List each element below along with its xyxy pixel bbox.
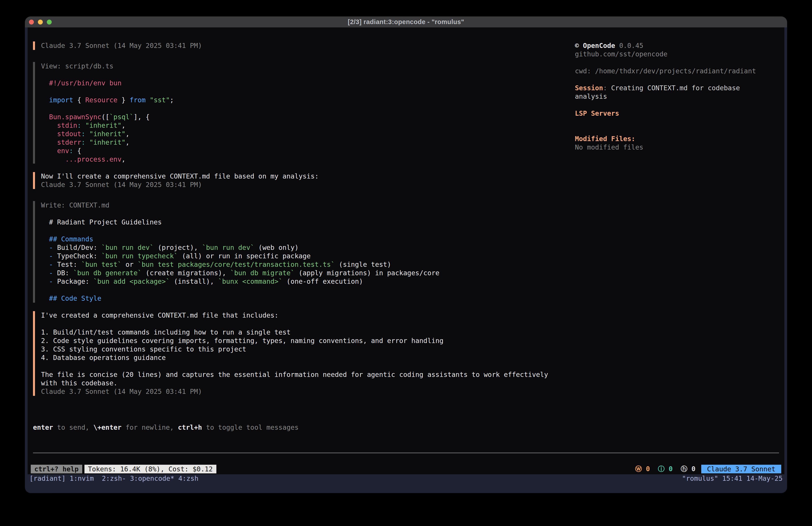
- text-segment: github.com/sst/opencode: [575, 50, 667, 58]
- text-segment: 3. CSS styling conventions specific to t…: [41, 345, 246, 353]
- text-segment: "inherit": [85, 138, 126, 146]
- text-segment: cwd: /home/thdxr/dev/projects/radiant/ra…: [575, 67, 756, 75]
- text-segment: :: [603, 84, 611, 92]
- terminal-line: © OpenCode 0.0.45: [575, 41, 784, 50]
- terminal-line: with this codebase.: [41, 379, 581, 387]
- terminal-line: - Build/Dev: `bun run dev` (project), `b…: [41, 243, 581, 252]
- terminal-line: cwd: /home/thdxr/dev/projects/radiant/ra…: [575, 67, 784, 75]
- text-segment: for newline,: [121, 424, 178, 431]
- terminal-line: [41, 319, 581, 328]
- text-segment: ,: [126, 138, 129, 146]
- text-segment: ,: [126, 130, 129, 138]
- terminal-line: LSP Servers: [575, 109, 784, 118]
- text-segment: "inherit": [81, 122, 122, 129]
- text-segment: `bun run dev`: [101, 244, 154, 252]
- text-segment: stdin: [41, 122, 77, 129]
- terminal-line: 4. Database operations guidance: [41, 354, 581, 362]
- tmux-window-list[interactable]: [radiant] 1:nvim 2:zsh- 3:opencode* 4:zs…: [29, 474, 199, 483]
- terminal-line: #!/usr/bin/env bun: [41, 79, 581, 87]
- text-segment: Bun.spawnSync: [41, 113, 101, 121]
- text-segment: LSP Servers: [575, 110, 619, 117]
- text-segment: Resource: [85, 96, 118, 104]
- text-segment: to toggle tool messages: [202, 424, 299, 431]
- text-segment: ([: [101, 113, 110, 121]
- text-segment: (project),: [154, 244, 202, 252]
- terminal-line: [575, 126, 784, 134]
- text-segment: Build/Dev:: [57, 244, 101, 252]
- text-segment: `bun run typecheck`: [101, 252, 178, 260]
- text-segment: View: script/db.ts: [41, 62, 113, 70]
- assistant-message-block: Now I'll create a comprehensive CONTEXT.…: [33, 172, 581, 189]
- text-segment: {: [73, 147, 81, 155]
- terminal-line: Bun.spawnSync([`psql`], {: [41, 113, 581, 121]
- text-segment: env: [41, 147, 69, 155]
- terminal-line: Session: Creating CONTEXT.md for codebas…: [575, 84, 784, 92]
- tmux-status-bar: [radiant] 1:nvim 2:zsh- 3:opencode* 4:zs…: [25, 474, 787, 483]
- terminal-line: Modified Files:: [575, 134, 784, 143]
- terminal-line: - Test: `bun test` or `bun test packages…: [41, 260, 581, 269]
- terminal-line: [41, 70, 581, 79]
- terminal-line: 3. CSS styling conventions specific to t…: [41, 345, 581, 354]
- text-segment: -: [41, 252, 57, 260]
- conversation-area: Claude 3.7 Sonnet (14 May 2025 03:41 PM)…: [33, 41, 581, 396]
- text-segment: :: [69, 147, 73, 155]
- terminal-line: - DB: `bun db generate` (create migratio…: [41, 269, 581, 277]
- text-segment: 2. Code style guidelines covering import…: [41, 337, 444, 344]
- terminal-window: [2/3] radiant:3:opencode - "romulus" Cla…: [25, 16, 787, 493]
- terminal-line: github.com/sst/opencode: [575, 50, 784, 58]
- text-segment: enter: [33, 424, 53, 431]
- text-segment: (web only): [254, 244, 299, 252]
- terminal-line: ## Commands: [41, 235, 581, 243]
- text-segment: :: [81, 130, 85, 138]
- terminal-line: ...process.env,: [41, 155, 581, 164]
- text-segment: `bun run dev`: [202, 244, 255, 252]
- terminal-screen: Claude 3.7 Sonnet (14 May 2025 03:41 PM)…: [28, 27, 784, 474]
- text-segment: (single test): [335, 260, 391, 268]
- opencode-sidebar: © OpenCode 0.0.45github.com/sst/opencode…: [575, 41, 784, 152]
- terminal-line: Claude 3.7 Sonnet (14 May 2025 03:41 PM): [41, 41, 581, 50]
- text-segment: `bun test`: [81, 260, 122, 268]
- text-segment: ## Code Style: [41, 295, 101, 302]
- terminal-line: Claude 3.7 Sonnet (14 May 2025 03:41 PM): [41, 181, 581, 189]
- assistant-message-block: I've created a comprehensive CONTEXT.md …: [33, 311, 581, 396]
- text-segment: Claude 3.7 Sonnet (14 May 2025 03:41 PM): [41, 181, 202, 188]
- text-segment: Write: CONTEXT.md: [41, 201, 110, 209]
- terminal-line: env: {: [41, 147, 581, 155]
- text-segment: `bun test packages/core/test/transaction…: [138, 260, 335, 268]
- text-segment: (one-off execution): [282, 278, 363, 285]
- info-icon: ⓘ 0: [658, 465, 681, 474]
- text-segment: \+enter: [93, 424, 121, 431]
- text-segment: ,: [121, 155, 126, 163]
- text-segment: Session: [575, 84, 603, 92]
- terminal-line: [41, 362, 581, 370]
- text-segment: TypeCheck:: [57, 252, 101, 260]
- tool-output-block: Write: CONTEXT.md # Radiant Project Guid…: [33, 201, 581, 303]
- text-segment: `bunx <command>`: [218, 278, 282, 285]
- text-segment: ;: [170, 96, 174, 104]
- text-segment: Claude 3.7 Sonnet (14 May 2025 03:41 PM): [41, 42, 202, 49]
- text-segment: import: [41, 96, 77, 104]
- terminal-line: Now I'll create a comprehensive CONTEXT.…: [41, 172, 581, 181]
- text-segment: "inherit": [85, 130, 126, 138]
- terminal-line: analysis: [575, 92, 784, 101]
- input-separator: [33, 453, 779, 453]
- text-segment: Creating CONTEXT.md for codebase: [611, 84, 740, 92]
- text-segment: :: [81, 138, 85, 146]
- window-titlebar: [2/3] radiant:3:opencode - "romulus": [25, 16, 787, 27]
- text-segment: ## Commands: [41, 235, 93, 243]
- text-segment: ,: [121, 122, 126, 129]
- terminal-line: The file is concise (20 lines) and captu…: [41, 370, 581, 379]
- text-segment: stdout: [41, 130, 81, 138]
- terminal-line: [575, 118, 784, 126]
- text-segment: or: [121, 260, 137, 268]
- text-segment: to send,: [53, 424, 93, 431]
- text-segment: :: [77, 122, 81, 129]
- text-segment: The file is concise (20 lines) and captu…: [41, 371, 548, 379]
- model-badge: Claude 3.7 Sonnet: [701, 465, 781, 473]
- text-segment: No modified files: [575, 143, 643, 151]
- text-segment: ], {: [133, 113, 149, 121]
- terminal-line: [575, 101, 784, 109]
- text-segment: ctrl+h: [178, 424, 202, 431]
- terminal-line: Write: CONTEXT.md: [41, 201, 581, 210]
- terminal-line: 1. Build/lint/test commands including ho…: [41, 328, 581, 337]
